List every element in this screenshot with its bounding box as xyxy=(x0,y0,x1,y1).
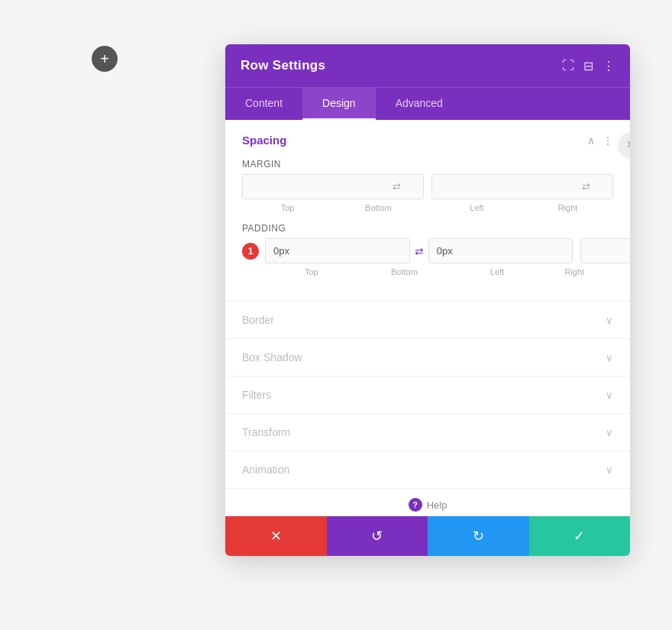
margin-top-label: Top xyxy=(242,203,333,212)
margin-right-label: Right xyxy=(522,203,613,212)
filters-chevron-icon: ∨ xyxy=(606,389,613,401)
padding-row: 1 ⇄ xyxy=(242,238,613,263)
tab-advanced[interactable]: Advanced xyxy=(376,88,463,120)
padding-link-icon[interactable]: ⇄ xyxy=(410,245,428,257)
margin-right-input[interactable] xyxy=(596,175,613,199)
columns-icon[interactable]: ⊟ xyxy=(583,59,593,73)
transform-section[interactable]: Transform ∨ xyxy=(225,414,630,451)
help-icon: ? xyxy=(409,498,422,512)
tab-content[interactable]: Content xyxy=(225,88,302,120)
margin-bottom-label: Bottom xyxy=(333,203,424,212)
animation-title: Animation xyxy=(242,464,289,476)
row-settings-modal: Row Settings ⛶ ⊟ ⋮ Content Design Advanc… xyxy=(225,44,630,556)
padding-group: Padding 1 ⇄ xyxy=(242,223,613,276)
margin-top-bottom-pair: ⇄ xyxy=(242,174,424,199)
margin-left-labels: Top Bottom xyxy=(242,203,424,212)
padding-right-labels: Left Right xyxy=(458,267,613,276)
save-icon: ✓ xyxy=(573,528,585,544)
padding-labels-row: Top Bottom Left Right xyxy=(242,267,613,276)
spacing-controls: ∧ ⋮ xyxy=(587,134,613,147)
filters-section[interactable]: Filters ∨ xyxy=(225,376,630,414)
padding-top-bottom-pair xyxy=(265,238,410,263)
page-background: + Row Settings ⛶ ⊟ ⋮ Content Design Adva… xyxy=(0,0,672,630)
redo-button[interactable]: ↻ xyxy=(428,516,529,556)
margin-left-right-pair: ⇄ xyxy=(431,174,613,199)
modal-header: Row Settings ⛶ ⊟ ⋮ xyxy=(225,44,630,87)
padding-left-label: Left xyxy=(458,267,535,276)
tab-bar: Content Design Advanced xyxy=(225,87,630,120)
spacing-collapse-icon[interactable]: ∧ xyxy=(587,134,595,147)
cancel-icon: ✕ xyxy=(270,528,282,544)
padding-bottom-input[interactable] xyxy=(429,239,573,263)
modal-title: Row Settings xyxy=(241,58,325,73)
border-chevron-icon: ∨ xyxy=(606,315,613,326)
margin-bottom-input[interactable] xyxy=(407,175,424,199)
padding-left-labels: Top Bottom xyxy=(265,267,451,276)
transform-title: Transform xyxy=(242,426,290,438)
border-title: Border xyxy=(242,314,274,326)
filters-title: Filters xyxy=(242,389,271,401)
help-label[interactable]: Help xyxy=(427,499,447,511)
margin-group: Margin ⇄ ⇄ xyxy=(242,159,613,212)
header-icons: ⛶ ⊟ ⋮ xyxy=(562,59,615,73)
animation-chevron-icon: ∨ xyxy=(606,464,613,476)
footer-action-bar: ✕ ↺ ↻ ✓ xyxy=(225,516,630,556)
transform-chevron-icon: ∨ xyxy=(606,427,613,438)
padding-bottom-label: Bottom xyxy=(358,267,451,276)
box-shadow-section[interactable]: Box Shadow ∨ xyxy=(225,339,630,376)
padding-top-input[interactable] xyxy=(266,239,409,263)
close-side-icon: ✕ xyxy=(626,138,630,150)
fullscreen-icon[interactable]: ⛶ xyxy=(562,59,574,73)
padding-inputs: ⇄ ⇄ xyxy=(265,238,630,263)
save-button[interactable]: ✓ xyxy=(529,516,631,556)
add-button[interactable]: + xyxy=(92,46,118,72)
margin-input-row: ⇄ ⇄ xyxy=(242,174,613,199)
margin-left-input[interactable] xyxy=(432,175,576,199)
spacing-section: Spacing ∧ ⋮ Margin ⇄ xyxy=(225,120,630,302)
margin-lr-link-icon[interactable]: ⇄ xyxy=(576,175,596,199)
padding-right-label: Right xyxy=(536,267,613,276)
box-shadow-title: Box Shadow xyxy=(242,351,302,363)
padding-badge: 1 xyxy=(242,243,259,260)
cancel-button[interactable]: ✕ xyxy=(225,516,327,556)
padding-left-input[interactable] xyxy=(581,239,630,263)
margin-right-labels: Left Right xyxy=(431,203,613,212)
margin-label: Margin xyxy=(242,159,613,170)
reset-icon: ↺ xyxy=(371,528,383,544)
spacing-more-icon[interactable]: ⋮ xyxy=(603,134,613,147)
spacing-header: Spacing ∧ ⋮ xyxy=(242,134,613,147)
margin-labels-row: Top Bottom Left Right xyxy=(242,203,613,212)
plus-icon: + xyxy=(100,51,109,66)
help-row: ? Help xyxy=(225,489,630,516)
reset-button[interactable]: ↺ xyxy=(327,516,428,556)
padding-left-right-pair: ⇄ xyxy=(580,238,630,263)
margin-top-input[interactable] xyxy=(243,175,386,199)
border-section[interactable]: Border ∨ xyxy=(225,302,630,339)
more-icon[interactable]: ⋮ xyxy=(603,59,615,73)
box-shadow-chevron-icon: ∨ xyxy=(606,352,613,363)
padding-top-label: Top xyxy=(265,267,358,276)
padding-label: Padding xyxy=(242,223,613,234)
redo-icon: ↻ xyxy=(473,528,484,544)
modal-body: Spacing ∧ ⋮ Margin ⇄ xyxy=(225,120,630,516)
animation-section[interactable]: Animation ∨ xyxy=(225,451,630,489)
margin-tb-link-icon[interactable]: ⇄ xyxy=(386,175,407,199)
margin-left-label: Left xyxy=(431,203,522,212)
padding-bottom-pair xyxy=(428,238,573,263)
spacing-title: Spacing xyxy=(242,134,286,147)
tab-design[interactable]: Design xyxy=(302,88,376,120)
